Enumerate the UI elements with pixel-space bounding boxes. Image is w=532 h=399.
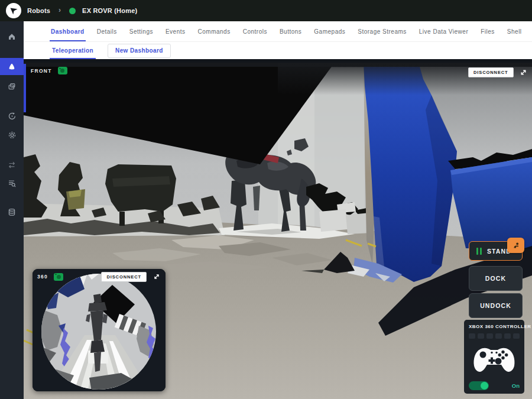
robot-online-dot: [69, 8, 76, 14]
breadcrumb-robots[interactable]: Robots: [27, 7, 50, 14]
stand-command-button[interactable]: STAND: [469, 241, 523, 261]
robot-tabs: Dashboard Details Settings Events Comman…: [24, 21, 532, 42]
tab-settings[interactable]: Settings: [128, 21, 154, 41]
gamepad-toggle-state: On: [512, 382, 520, 389]
tab-buttons[interactable]: Buttons: [278, 21, 303, 41]
sidebar-item-robot-active[interactable]: [0, 58, 24, 75]
camera-icon: [58, 67, 67, 74]
gamepad-toggle[interactable]: [469, 381, 489, 390]
front-expand-icon[interactable]: [520, 69, 528, 77]
pip-camera-icon: [54, 273, 63, 281]
tab-files[interactable]: Files: [479, 21, 496, 41]
gamepad-title: XBOX 360 CONTROLLER: [469, 324, 520, 329]
tab-commands[interactable]: Commands: [197, 21, 232, 41]
pip-expand-icon[interactable]: [153, 273, 161, 281]
tab-shell[interactable]: Shell: [506, 21, 523, 41]
tab-gamepads[interactable]: Gamepads: [313, 21, 346, 41]
top-bar: Robots › EX ROVR (Home): [0, 0, 532, 21]
gamepad-panel: XBOX 360 CONTROLLER On: [464, 320, 524, 394]
subtab-teleoperation[interactable]: Teleoperation: [50, 42, 96, 59]
pip-view-label: 360: [37, 274, 48, 280]
fisheye-360-image: [33, 269, 166, 391]
tab-details[interactable]: Details: [96, 21, 118, 41]
dashboard-subtabs: Teleoperation New Dashboard: [24, 42, 532, 59]
formant-logo-icon[interactable]: [6, 3, 21, 18]
breadcrumb-chevron-icon: ›: [59, 6, 61, 14]
tab-storage-streams[interactable]: Storage Streams: [356, 21, 408, 41]
screens-icon[interactable]: [0, 79, 24, 93]
gamepad-button-row: [469, 333, 520, 339]
tab-controls[interactable]: Controls: [242, 21, 268, 41]
dock-command-button[interactable]: DOCK: [469, 266, 523, 291]
home-icon[interactable]: [0, 30, 24, 44]
front-disconnect-button[interactable]: DISCONNECT: [468, 67, 514, 77]
pip-360-view[interactable]: 360 DISCONNECT: [33, 269, 166, 391]
pip-disconnect-button[interactable]: DISCONNECT: [101, 272, 147, 282]
audit-log-icon[interactable]: [0, 176, 24, 190]
xbox-controller-icon: [469, 339, 520, 381]
front-view-label: FRONT: [31, 68, 52, 74]
sync-icon[interactable]: [0, 109, 24, 123]
pause-icon: [476, 248, 482, 255]
breadcrumb-robot-name[interactable]: EX ROVR (Home): [82, 7, 137, 14]
new-dashboard-button[interactable]: New Dashboard: [108, 44, 171, 58]
teleop-viewport: FRONT DISCONNECT: [24, 59, 532, 399]
stand-running-badge-icon: [507, 238, 524, 253]
tab-events[interactable]: Events: [164, 21, 187, 41]
transfer-icon[interactable]: [0, 158, 24, 172]
tab-dashboard[interactable]: Dashboard: [50, 21, 86, 41]
undock-command-button[interactable]: UNDOCK: [469, 293, 523, 318]
gear-icon[interactable]: [0, 128, 24, 142]
robot-teleoperation-app: Robots › EX ROVR (Home): [0, 0, 532, 399]
tab-live-data-viewer[interactable]: Live Data Viewer: [418, 21, 469, 41]
sidebar: [0, 21, 24, 399]
storage-icon[interactable]: [0, 205, 24, 219]
